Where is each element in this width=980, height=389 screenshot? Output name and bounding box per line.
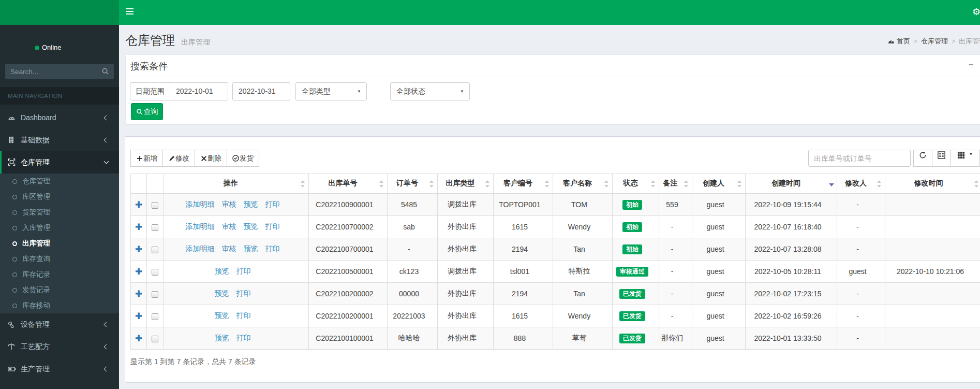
column-header-创建人[interactable]: 创建人	[692, 174, 746, 194]
sidebar-item-2[interactable]: 仓库管理	[0, 151, 119, 174]
query-button[interactable]: 查询	[131, 103, 163, 120]
date-from-input[interactable]: 2022-10-01	[170, 82, 228, 100]
sidebar-subitem[interactable]: 库存移动	[0, 298, 119, 313]
action-link-添加明细[interactable]: 添加明细	[186, 200, 215, 208]
row-checkbox[interactable]	[152, 313, 158, 320]
action-link-预览[interactable]: 预览	[215, 289, 229, 297]
refresh-button[interactable]	[913, 150, 932, 167]
gear-icon[interactable]: ⚙	[972, 7, 980, 17]
sidebar-subitem[interactable]: 发货记录	[0, 282, 119, 298]
action-link-打印[interactable]: 打印	[236, 311, 251, 320]
sort-icon[interactable]	[485, 180, 489, 188]
sidebar-item-5[interactable]: 生产管理	[0, 358, 119, 380]
action-link-预览[interactable]: 预览	[244, 222, 258, 230]
sort-icon[interactable]	[651, 180, 655, 188]
action-link-审核[interactable]: 审核	[222, 222, 236, 230]
search-icon[interactable]	[101, 67, 110, 76]
sort-icon[interactable]	[604, 180, 608, 188]
sidebar-item-1[interactable]: 基础数据	[0, 129, 119, 151]
sidebar-item-0[interactable]: Dashboard	[0, 107, 119, 129]
action-link-审核[interactable]: 审核	[222, 244, 236, 253]
column-header-备注[interactable]: 备注	[659, 174, 692, 194]
sort-icon[interactable]	[877, 180, 881, 188]
column-header-创建时间[interactable]: 创建时间	[746, 174, 837, 194]
sidebar-subitem[interactable]: 入库管理	[0, 220, 119, 236]
action-link-审核[interactable]: 审核	[222, 200, 236, 208]
table-search-input[interactable]	[808, 150, 911, 167]
sidebar-item-4[interactable]: 工艺配方	[0, 336, 119, 358]
action-link-预览[interactable]: 预览	[244, 200, 258, 208]
column-header-修改人[interactable]: 修改人	[837, 174, 885, 194]
cell: C2022100100001	[309, 327, 388, 350]
edit-button[interactable]: 修改	[162, 150, 195, 167]
columns-button[interactable]: ▼	[950, 150, 980, 167]
table-row: ✚预览打印C2022100500001ck123调拨出库tsl001特斯拉审核通…	[131, 261, 980, 283]
column-header-修改时间[interactable]: 修改时间	[885, 174, 980, 194]
sidebar-subitem[interactable]: 库存查询	[0, 251, 119, 267]
collapse-icon[interactable]: −	[969, 60, 973, 69]
cell: 预览打印	[164, 261, 309, 283]
column-header-客户编号[interactable]: 客户编号	[494, 174, 553, 194]
row-checkbox[interactable]	[152, 336, 158, 342]
expand-row-icon[interactable]: ✚	[135, 222, 142, 232]
sort-icon[interactable]	[737, 180, 741, 188]
logo-area[interactable]	[0, 0, 119, 25]
sidebar-subitem[interactable]: 仓库管理	[0, 174, 119, 189]
expand-row-icon[interactable]: ✚	[135, 289, 142, 299]
action-link-打印[interactable]: 打印	[265, 244, 280, 253]
row-checkbox[interactable]	[152, 269, 158, 276]
sort-icon[interactable]	[684, 180, 688, 188]
sidebar-toggle-button[interactable]	[126, 8, 133, 16]
action-link-打印[interactable]: 打印	[236, 289, 251, 297]
status-select[interactable]: 全部状态▼	[390, 82, 470, 100]
expand-row-icon[interactable]: ✚	[135, 334, 142, 343]
column-header-状态[interactable]: 状态	[613, 174, 659, 194]
action-link-添加明细[interactable]: 添加明细	[186, 222, 215, 230]
add-button[interactable]: 新增	[130, 150, 163, 167]
sort-icon[interactable]	[301, 180, 305, 188]
row-checkbox[interactable]	[152, 224, 158, 231]
breadcrumb-item[interactable]: 首页	[887, 37, 910, 45]
sidebar-search-input[interactable]	[5, 64, 106, 79]
sidebar-item-3[interactable]: 设备管理	[0, 313, 119, 336]
column-header-客户名称[interactable]: 客户名称	[553, 174, 613, 194]
row-checkbox[interactable]	[152, 202, 158, 209]
action-link-添加明细[interactable]: 添加明细	[186, 244, 215, 253]
expand-row-icon[interactable]: ✚	[135, 311, 142, 321]
action-link-预览[interactable]: 预览	[244, 244, 258, 253]
sidebar-subitem[interactable]: 库存记录	[0, 267, 119, 282]
sidebar-subitem[interactable]: 库区管理	[0, 189, 119, 205]
chevron-left-icon	[104, 367, 109, 372]
sidebar-subitem[interactable]: 货架管理	[0, 205, 119, 220]
circle-icon	[12, 272, 17, 277]
sort-icon[interactable]	[379, 180, 383, 188]
action-link-打印[interactable]: 打印	[265, 222, 280, 230]
column-header-操作[interactable]: 操作	[164, 174, 309, 194]
expand-row-icon[interactable]: ✚	[135, 267, 142, 277]
toggle-view-button[interactable]	[932, 150, 951, 167]
sort-icon[interactable]	[545, 180, 549, 188]
sort-icon[interactable]	[429, 180, 434, 188]
date-to-input[interactable]: 2022-10-31	[232, 82, 290, 100]
column-header-出库单号[interactable]: 出库单号	[309, 174, 388, 194]
breadcrumb-item[interactable]: 仓库管理	[921, 37, 948, 45]
cell	[147, 238, 164, 261]
action-link-预览[interactable]: 预览	[215, 267, 229, 275]
action-link-预览[interactable]: 预览	[215, 334, 229, 342]
column-header-订单号[interactable]: 订单号	[388, 174, 438, 194]
row-checkbox[interactable]	[152, 247, 158, 253]
expand-row-icon[interactable]: ✚	[135, 200, 142, 210]
ship-button[interactable]: 发货	[227, 150, 259, 167]
sidebar-subitem[interactable]: 出库管理	[0, 236, 119, 251]
sort-icon[interactable]	[829, 180, 833, 188]
action-link-打印[interactable]: 打印	[236, 334, 251, 342]
type-select[interactable]: 全部类型▼	[295, 82, 367, 100]
column-header-出库类型[interactable]: 出库类型	[438, 174, 494, 194]
action-link-打印[interactable]: 打印	[265, 200, 280, 208]
action-link-预览[interactable]: 预览	[215, 311, 229, 320]
delete-button[interactable]: 删除	[195, 150, 227, 167]
row-checkbox[interactable]	[152, 291, 158, 298]
sort-icon[interactable]	[974, 180, 978, 188]
action-link-打印[interactable]: 打印	[236, 267, 251, 275]
expand-row-icon[interactable]: ✚	[135, 244, 142, 254]
